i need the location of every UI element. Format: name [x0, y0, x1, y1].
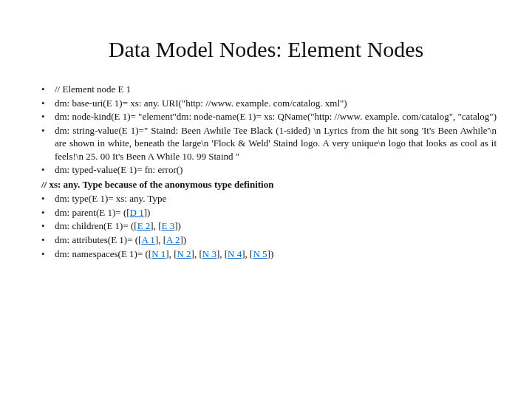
text-run: dm: namespaces(E 1)= ([ — [55, 248, 151, 259]
ref-link-n1[interactable]: N 1 — [151, 248, 166, 259]
bullet-item: dm: node-kind(E 1)= "element"dm: node-na… — [55, 110, 497, 123]
ref-link-d1[interactable]: D 1 — [130, 207, 144, 218]
ref-link-e2[interactable]: E 2 — [137, 220, 151, 231]
bullet-item: dm: children(E 1)= ([E 2], [E 3]) — [55, 219, 497, 233]
bullet-item: dm: base-uri(E 1)= xs: any. URI("http: /… — [55, 97, 497, 110]
text-run: ]) — [267, 248, 274, 259]
text-run: ], [ — [166, 248, 177, 259]
note-line: // xs: any. Type because of the anonymou… — [35, 178, 497, 191]
bullet-item: dm: attributes(E 1)= ([A 1], [A 2]) — [55, 233, 497, 247]
ref-link-a1[interactable]: A 1 — [141, 234, 154, 245]
bullet-item: dm: string-value(E 1)=" Staind: Been Awh… — [55, 124, 497, 163]
ref-link-n5[interactable]: N 5 — [253, 248, 267, 259]
ref-link-a2[interactable]: A 2 — [166, 234, 180, 245]
ref-link-n4[interactable]: N 4 — [228, 248, 242, 259]
bullet-list: // Element node E 1 dm: base-uri(E 1)= x… — [35, 83, 497, 177]
text-run: ], [ — [242, 248, 253, 259]
ref-link-n3[interactable]: N 3 — [202, 248, 216, 259]
ref-link-e3[interactable]: E 3 — [162, 220, 175, 231]
bullet-list-2: dm: type(E 1)= xs: any. Type dm: parent(… — [35, 192, 497, 260]
text-run: ]) — [174, 220, 181, 231]
slide-body: // Element node E 1 dm: base-uri(E 1)= x… — [35, 83, 497, 260]
bullet-item: // Element node E 1 — [55, 83, 497, 96]
bullet-item: dm: type(E 1)= xs: any. Type — [55, 192, 497, 205]
text-run: dm: parent(E 1)= ([ — [55, 207, 130, 218]
text-run: ], [ — [191, 248, 202, 259]
ref-link-n2[interactable]: N 2 — [177, 248, 191, 259]
text-run: dm: children(E 1)= ([ — [55, 220, 137, 231]
bullet-item: dm: parent(E 1)= ([D 1]) — [55, 206, 497, 219]
text-run: ], [ — [216, 248, 228, 259]
text-run: ], [ — [150, 220, 161, 231]
text-run: ], [ — [155, 234, 166, 245]
bullet-item: dm: namespaces(E 1)= ([N 1], [N 2], [N 3… — [55, 248, 497, 261]
text-run: dm: attributes(E 1)= ([ — [55, 234, 141, 245]
bullet-item: dm: typed-value(E 1)= fn: error() — [55, 163, 497, 177]
text-run: ]) — [144, 207, 151, 218]
text-run: ]) — [180, 234, 186, 245]
slide-title: Data Model Nodes: Element Nodes — [35, 37, 497, 62]
